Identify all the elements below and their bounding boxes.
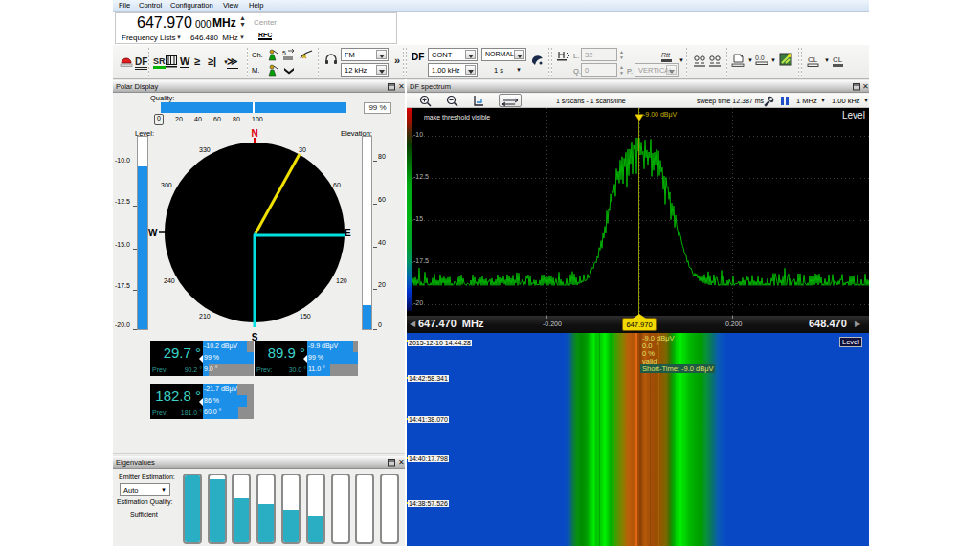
- svg-text:210: 210: [199, 313, 211, 320]
- svg-text:Rtt: Rtt: [661, 52, 671, 58]
- svg-text:330: 330: [199, 146, 211, 153]
- svg-text:60: 60: [333, 182, 341, 188]
- svg-text:300: 300: [161, 182, 172, 188]
- svg-text:E: E: [345, 228, 351, 238]
- svg-text:240: 240: [164, 277, 175, 284]
- svg-text:0.0: 0.0: [755, 55, 765, 61]
- svg-text:120: 120: [336, 277, 347, 284]
- svg-text:CL: CL: [808, 55, 818, 64]
- svg-text:150: 150: [300, 313, 311, 320]
- svg-text:5: 5: [282, 50, 286, 56]
- svg-text:CL: CL: [833, 55, 843, 64]
- svg-text:30: 30: [299, 146, 306, 153]
- svg-text:N: N: [251, 128, 257, 139]
